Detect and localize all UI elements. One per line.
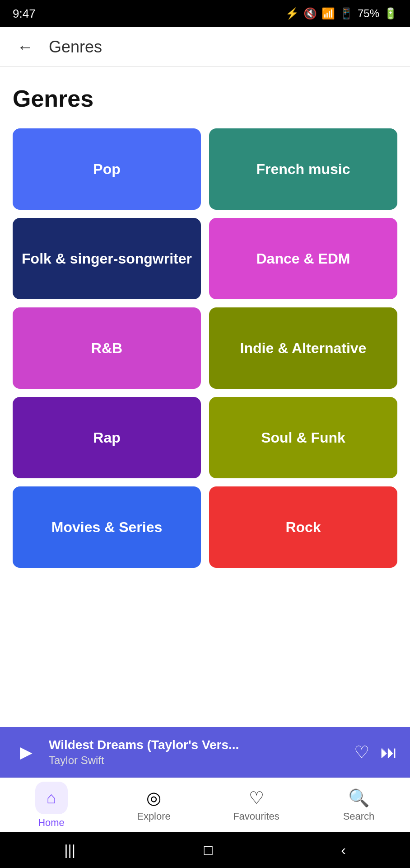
mini-player: ▶ Wildest Dreams (Taylor's Vers... Taylo…: [0, 727, 410, 778]
genres-grid: PopFrench musicFolk & singer-songwriterD…: [13, 128, 397, 568]
mini-player-title: Wildest Dreams (Taylor's Vers...: [49, 738, 345, 752]
next-button[interactable]: ⏭: [380, 743, 397, 762]
explore-icon: ◎: [146, 788, 161, 808]
battery-text: 75%: [358, 7, 379, 20]
play-button[interactable]: ▶: [13, 739, 40, 766]
genre-card-indie-alternative[interactable]: Indie & Alternative: [209, 307, 397, 389]
genre-card-rnb[interactable]: R&B: [13, 307, 201, 389]
mini-player-artist: Taylor Swift: [49, 754, 345, 767]
genre-card-french-music[interactable]: French music: [209, 128, 397, 210]
genre-card-rap[interactable]: Rap: [13, 397, 201, 478]
mini-player-info: Wildest Dreams (Taylor's Vers... Taylor …: [49, 738, 345, 767]
nav-item-search[interactable]: 🔍 Search: [308, 778, 410, 832]
genre-card-movies-series[interactable]: Movies & Series: [13, 486, 201, 568]
favourites-icon: ♡: [249, 788, 264, 808]
back-icon: ←: [17, 38, 33, 57]
favourites-label: Favourites: [233, 811, 280, 822]
home-icon: ⌂: [47, 788, 56, 807]
genre-card-folk-singer-songwriter[interactable]: Folk & singer-songwriter: [13, 218, 201, 299]
play-icon: ▶: [20, 743, 33, 762]
genre-card-soul-funk[interactable]: Soul & Funk: [209, 397, 397, 478]
nav-item-explore[interactable]: ◎ Explore: [102, 778, 205, 832]
status-time: 9:47: [13, 7, 36, 21]
page-title: Genres: [13, 85, 397, 112]
bluetooth-icon: ⚡: [285, 7, 299, 20]
app-header: ← Genres: [0, 27, 410, 67]
status-bar: 9:47 ⚡ 🔇 📶 📱 75% 🔋: [0, 0, 410, 27]
heart-button[interactable]: ♡: [354, 742, 369, 762]
sound-icon: 🔇: [303, 7, 317, 20]
battery-icon: 🔋: [384, 7, 397, 20]
explore-label: Explore: [137, 811, 171, 822]
nav-item-home[interactable]: ⌂ Home: [0, 778, 102, 832]
back-button[interactable]: ←: [13, 34, 38, 60]
main-content: Genres PopFrench musicFolk & singer-song…: [0, 67, 410, 727]
bottom-nav: ⌂ Home ◎ Explore ♡ Favourites 🔍 Search: [0, 778, 410, 832]
genre-card-rock[interactable]: Rock: [209, 486, 397, 568]
home-icon-bg: ⌂: [35, 782, 68, 814]
genre-card-dance-edm[interactable]: Dance & EDM: [209, 218, 397, 299]
home-system-button[interactable]: □: [204, 842, 212, 859]
search-label: Search: [343, 811, 375, 822]
search-icon: 🔍: [348, 788, 369, 808]
nav-item-favourites[interactable]: ♡ Favourites: [205, 778, 308, 832]
system-nav: ||| □ ‹: [0, 832, 410, 868]
back-system-button[interactable]: ‹: [341, 842, 346, 859]
genre-card-pop[interactable]: Pop: [13, 128, 201, 210]
signal-icon: 📱: [340, 7, 353, 20]
mini-player-actions: ♡ ⏭: [354, 742, 397, 762]
recents-button[interactable]: |||: [64, 842, 75, 859]
home-label: Home: [38, 817, 65, 829]
header-title: Genres: [49, 38, 102, 57]
wifi-icon: 📶: [321, 7, 335, 20]
status-icons: ⚡ 🔇 📶 📱 75% 🔋: [285, 7, 397, 20]
